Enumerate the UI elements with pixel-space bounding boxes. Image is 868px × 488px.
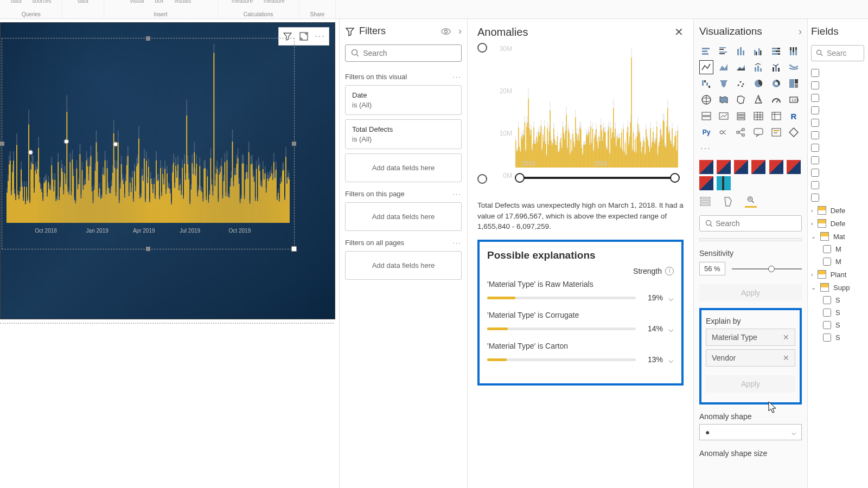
- multi-row-card-icon[interactable]: [699, 109, 713, 123]
- paginated-report-icon[interactable]: [787, 125, 801, 139]
- funnel-icon[interactable]: [717, 76, 731, 91]
- custom-visual-icon[interactable]: [717, 160, 731, 174]
- shape-map-icon[interactable]: [734, 93, 748, 107]
- field-checkbox[interactable]: [811, 94, 864, 102]
- filters-search-input[interactable]: [363, 49, 456, 57]
- pie-icon[interactable]: [751, 76, 765, 91]
- treemap-icon[interactable]: [787, 76, 801, 91]
- field-checkbox[interactable]: [811, 81, 864, 89]
- r-visual-icon[interactable]: R: [787, 109, 801, 123]
- custom-visual-icon[interactable]: [751, 160, 765, 174]
- key-influencers-icon[interactable]: [717, 125, 731, 139]
- smart-narrative-icon[interactable]: [769, 125, 783, 139]
- more-visuals-icon[interactable]: ···: [699, 143, 802, 155]
- sensitivity-slider[interactable]: [732, 268, 802, 269]
- python-visual-icon[interactable]: Py: [699, 125, 713, 139]
- card-icon[interactable]: 123: [787, 93, 801, 107]
- field-checkbox[interactable]: S: [811, 296, 864, 304]
- slicer-icon[interactable]: [734, 109, 748, 123]
- range-thumb-left[interactable]: [515, 173, 525, 183]
- waterfall-icon[interactable]: [699, 76, 713, 91]
- ribbon-item[interactable]: data: [78, 0, 88, 4]
- range-thumb-right[interactable]: [670, 173, 680, 183]
- close-icon[interactable]: ✕: [674, 25, 684, 38]
- field-table[interactable]: ⌄Supp: [811, 283, 864, 292]
- field-checkbox[interactable]: M: [811, 258, 864, 266]
- info-icon[interactable]: i: [665, 267, 674, 275]
- eye-icon[interactable]: [441, 28, 451, 35]
- stacked-bar-icon[interactable]: [699, 44, 713, 58]
- ribbon-item[interactable]: sources: [32, 0, 51, 4]
- collapse-icon[interactable]: ›: [458, 25, 462, 37]
- ribbon-item[interactable]: box: [155, 0, 163, 4]
- scatter-icon[interactable]: [734, 76, 748, 91]
- remove-icon[interactable]: ✕: [783, 354, 789, 362]
- field-checkbox[interactable]: M: [811, 245, 864, 253]
- field-table[interactable]: ⌄Mat: [811, 232, 864, 241]
- field-table[interactable]: ›Defe: [811, 219, 864, 228]
- field-checkbox[interactable]: [811, 131, 864, 139]
- stacked-column-icon[interactable]: [734, 44, 748, 58]
- selected-visual[interactable]: Oct 2018Jan 2019Apr 2019Jul 2019Oct 2019: [2, 38, 295, 249]
- field-checkbox[interactable]: [811, 156, 864, 164]
- anomaly-shape-select[interactable]: ●⌵: [699, 424, 802, 440]
- collapse-icon[interactable]: ›: [799, 26, 802, 37]
- time-range-slider[interactable]: [516, 173, 678, 183]
- ribbon-item[interactable]: visual: [130, 0, 144, 4]
- filters-search[interactable]: [345, 44, 462, 62]
- field-checkbox[interactable]: S: [811, 309, 864, 317]
- field-checkbox[interactable]: S: [811, 321, 864, 329]
- analytics-tab-icon[interactable]: [745, 196, 757, 208]
- range-knob-bottom[interactable]: [477, 174, 487, 184]
- properties-search-input[interactable]: [716, 219, 796, 228]
- field-checkbox[interactable]: [811, 69, 864, 77]
- field-checkbox[interactable]: [811, 194, 864, 202]
- focus-mode-icon[interactable]: [296, 29, 311, 44]
- field-table[interactable]: ›Plant: [811, 270, 864, 279]
- filled-map-icon[interactable]: [717, 93, 731, 107]
- chevron-down-icon[interactable]: ⌵: [668, 355, 674, 365]
- explanation-item[interactable]: 'Material Type' is Corrugate 14% ⌵: [487, 311, 674, 334]
- custom-visual-icon[interactable]: [699, 176, 713, 190]
- explain-field-material-type[interactable]: Material Type✕: [706, 329, 795, 346]
- combo-chart-2-icon[interactable]: [769, 60, 783, 74]
- explanation-item[interactable]: 'Material Type' is Carton 13% ⌵: [487, 342, 674, 365]
- apply-button[interactable]: Apply: [699, 284, 802, 301]
- decomposition-tree-icon[interactable]: [734, 125, 748, 139]
- remove-icon[interactable]: ✕: [783, 333, 789, 342]
- ribbon-chart-icon[interactable]: [787, 60, 801, 74]
- explain-field-vendor[interactable]: Vendor✕: [706, 349, 795, 367]
- custom-visual-icon[interactable]: [717, 176, 731, 190]
- stacked-column-100-icon[interactable]: [787, 44, 801, 58]
- report-canvas[interactable]: ··· Oct 2018Jan 2019Apr 2019Jul 2019Oct …: [0, 19, 339, 488]
- field-table[interactable]: ›Defe: [811, 206, 864, 215]
- line-chart-icon[interactable]: [699, 60, 713, 74]
- format-tab-icon[interactable]: [722, 196, 734, 208]
- combo-chart-icon[interactable]: [751, 60, 765, 74]
- properties-search[interactable]: [699, 215, 802, 232]
- sensitivity-value[interactable]: 56 %: [699, 262, 725, 275]
- custom-visual-icon[interactable]: [787, 160, 801, 174]
- custom-visual-icon[interactable]: [769, 160, 783, 174]
- stacked-area-icon[interactable]: [734, 60, 748, 74]
- fields-search[interactable]: Searc: [811, 45, 864, 61]
- ribbon-item[interactable]: measure: [232, 0, 253, 4]
- more-icon[interactable]: ···: [452, 239, 462, 247]
- explanation-item[interactable]: 'Material Type' is Raw Materials 19% ⌵: [487, 280, 674, 303]
- custom-visual-icon[interactable]: [699, 160, 713, 174]
- donut-icon[interactable]: [769, 76, 783, 91]
- more-icon[interactable]: ···: [452, 73, 462, 81]
- chevron-down-icon[interactable]: ⌵: [668, 324, 674, 334]
- field-checkbox[interactable]: [811, 144, 864, 152]
- more-icon[interactable]: ···: [452, 190, 462, 198]
- clustered-column-icon[interactable]: [751, 44, 765, 58]
- ribbon-item[interactable]: data: [11, 0, 21, 4]
- drop-zone-all[interactable]: Add data fields here: [345, 251, 462, 280]
- chevron-down-icon[interactable]: ⌵: [668, 293, 674, 303]
- gauge-icon[interactable]: [769, 93, 783, 107]
- map-icon[interactable]: [699, 93, 713, 107]
- apply-button[interactable]: Apply: [706, 375, 795, 393]
- stacked-bar-100-icon[interactable]: [769, 44, 783, 58]
- ribbon-item[interactable]: [316, 0, 318, 4]
- qa-visual-icon[interactable]: [751, 125, 765, 139]
